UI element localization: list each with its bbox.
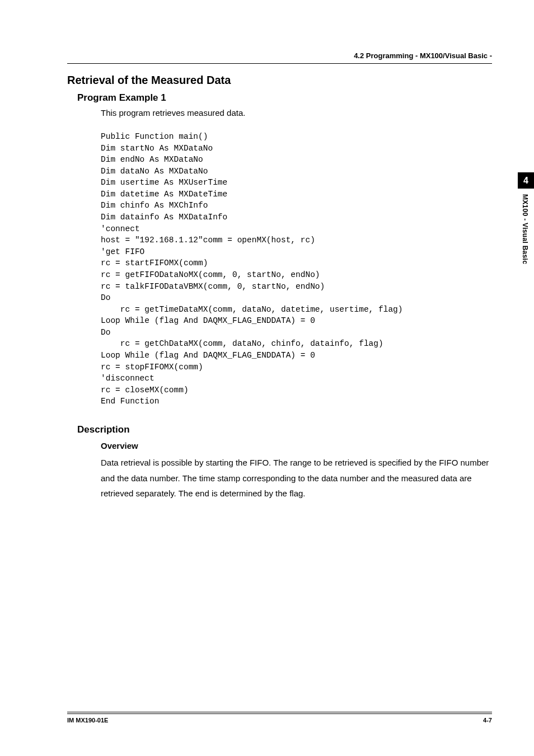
overview-heading: Overview [101,441,492,450]
intro-paragraph: This program retrieves measured data. [101,108,492,118]
chapter-tab: 4 MX100 - Visual Basic [518,172,534,264]
page-footer: IM MX190-01E 4-7 [67,713,492,724]
main-title: Retrieval of the Measured Data [67,74,492,87]
description-heading: Description [77,424,492,435]
footer-page-number: 4-7 [483,717,492,724]
footer-doc-id: IM MX190-01E [67,717,108,724]
chapter-number: 4 [523,176,528,186]
code-block: Public Function main() Dim startNo As MX… [101,131,492,407]
chapter-label: MX100 - Visual Basic [518,189,529,264]
sub-title: Program Example 1 [77,92,492,104]
section-header: 4.2 Programming - MX100/Visual Basic - [67,51,492,64]
overview-text: Data retrieval is possible by starting t… [101,455,492,501]
chapter-number-box: 4 [518,172,534,189]
footer-rule-upper [67,712,492,712]
